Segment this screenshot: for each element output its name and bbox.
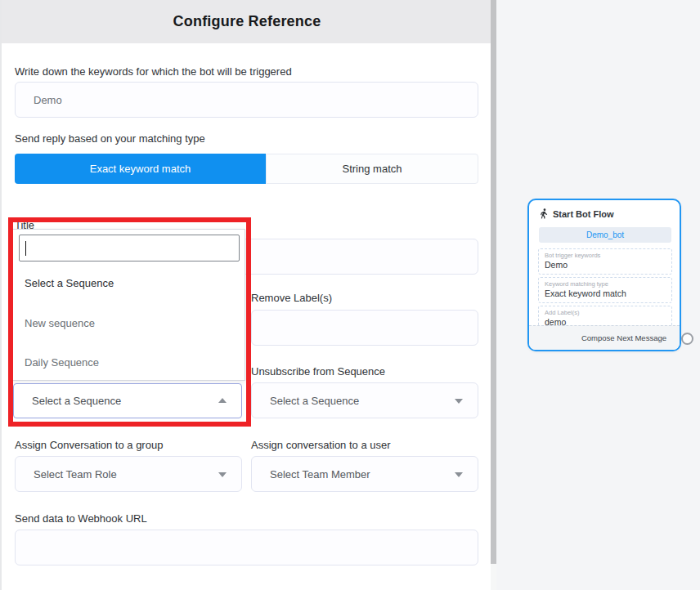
page-title: Configure Reference — [173, 13, 321, 30]
webhook-url-input[interactable] — [15, 530, 478, 565]
tab-exact-keyword-match[interactable]: Exact keyword match — [15, 154, 266, 184]
form-area: Configure Reference Write down the keywo… — [0, 0, 491, 590]
start-bot-flow-node[interactable]: Start Bot Flow Demo_bot Bot trigger keyw… — [527, 199, 681, 351]
keywords-label: Write down the keywords for which the bo… — [15, 65, 292, 78]
keywords-input[interactable] — [15, 82, 478, 118]
sequence-dropdown-panel: Select a Sequence New sequence Daily Seq… — [11, 229, 245, 381]
sequence-search-input[interactable] — [19, 235, 240, 261]
compose-next-message-bar: Compose Next Message — [529, 325, 680, 350]
scrollbar-track[interactable] — [491, 0, 496, 590]
bot-flow-canvas: Start Bot Flow Demo_bot Bot trigger keyw… — [496, 0, 700, 590]
matching-type-tabs: Exact keyword match String match — [15, 154, 478, 184]
flow-row-label: Keyword matching type — [545, 280, 666, 288]
flow-card-rows: Bot trigger keywords Demo Keyword matchi… — [538, 248, 672, 334]
flow-row-value: Exact keyword match — [545, 288, 666, 299]
sequence-option-select-a-sequence[interactable]: Select a Sequence — [25, 277, 114, 289]
caret-down-icon — [455, 399, 463, 404]
unsubscribe-sequence-label: Unsubscribe from Sequence — [251, 365, 385, 378]
subscribe-sequence-value: Select a Sequence — [32, 395, 121, 407]
matching-type-label: Send reply based on your matching type — [15, 132, 205, 145]
caret-up-icon — [218, 398, 227, 403]
flow-card-title: Start Bot Flow — [553, 209, 614, 219]
remove-labels-input[interactable] — [251, 310, 478, 346]
assign-user-value: Select Team Member — [270, 468, 370, 480]
flow-row-value: Demo — [545, 260, 666, 270]
sequence-option-new-sequence[interactable]: New sequence — [25, 317, 95, 329]
subscribe-sequence-select[interactable]: Select a Sequence — [13, 383, 242, 418]
unsubscribe-sequence-select[interactable]: Select a Sequence — [251, 382, 478, 418]
text-cursor — [25, 241, 26, 256]
webhook-url-label: Send data to Webhook URL — [15, 512, 147, 525]
assign-user-select[interactable]: Select Team Member — [251, 456, 478, 492]
caret-down-icon — [455, 472, 463, 477]
assign-group-label: Assign Conversation to a group — [15, 439, 163, 451]
assign-user-label: Assign conversation to a user — [251, 439, 391, 451]
assign-group-select[interactable]: Select Team Role — [15, 456, 242, 492]
scrollbar-thumb[interactable] — [491, 0, 496, 564]
flow-row-trigger-keywords[interactable]: Bot trigger keywords Demo — [538, 248, 672, 275]
dialog-header: Configure Reference — [2, 0, 492, 43]
flow-row-label: Bot trigger keywords — [545, 252, 666, 260]
bot-name-pill[interactable]: Demo_bot — [539, 227, 671, 243]
caret-down-icon — [218, 472, 227, 477]
flow-row-label: Add Label(s) — [545, 309, 666, 317]
connection-handle[interactable] — [681, 333, 693, 345]
compose-next-message-label: Compose Next Message — [581, 333, 666, 342]
unsubscribe-sequence-value: Select a Sequence — [270, 395, 359, 407]
walking-person-icon — [540, 208, 549, 219]
assign-group-value: Select Team Role — [34, 468, 117, 480]
tab-string-match[interactable]: String match — [266, 154, 478, 184]
configure-reference-screen: Configure Reference Write down the keywo… — [0, 0, 700, 590]
remove-labels-label: Remove Label(s) — [251, 292, 332, 304]
flow-row-matching-type[interactable]: Keyword matching type Exact keyword matc… — [538, 277, 672, 303]
flow-card-header: Start Bot Flow — [540, 208, 614, 219]
sequence-option-daily-sequence[interactable]: Daily Sequence — [25, 356, 99, 369]
